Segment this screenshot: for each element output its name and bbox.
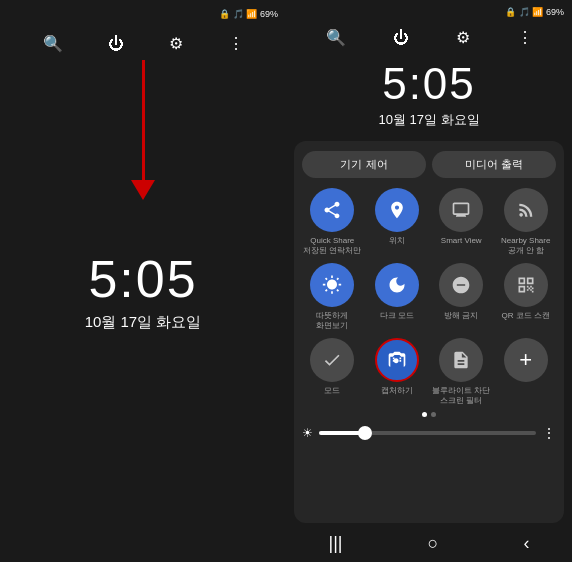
- tile-add: +: [496, 338, 557, 405]
- brightness-bar: ☀ ⋮: [302, 421, 556, 445]
- warm-screen-icon[interactable]: [310, 263, 354, 307]
- tab-media-output[interactable]: 미디어 출력: [432, 151, 556, 178]
- warm-screen-label: 따뜻하게화면보기: [316, 311, 348, 330]
- blue-light-icon[interactable]: [439, 338, 483, 382]
- right-toolbar: 🔍 ⏻ ⚙ ⋮: [286, 24, 572, 51]
- left-more-icon[interactable]: ⋮: [228, 34, 244, 53]
- qr-label: QR 코드 스캔: [502, 311, 550, 321]
- right-time-area: 5:05 10월 17일 화요일: [286, 51, 572, 141]
- nav-bar: ||| ○ ‹: [286, 523, 572, 562]
- add-icon[interactable]: +: [504, 338, 548, 382]
- nearby-share-icon[interactable]: [504, 188, 548, 232]
- tile-dark-mode: 다크 모드: [367, 263, 428, 330]
- tile-nearby-share: Nearby Share공개 안 함: [496, 188, 557, 255]
- arrow-head: [131, 180, 155, 200]
- right-status-bar: 🔒 🎵 📶 69%: [286, 0, 572, 24]
- arrow-line: [142, 60, 145, 180]
- right-more-icon[interactable]: ⋮: [517, 28, 533, 47]
- tab-device-control[interactable]: 기기 제어: [302, 151, 426, 178]
- dark-mode-icon[interactable]: [375, 263, 419, 307]
- quick-tiles: Quick Share저장된 연락처만 위치 Smart View: [302, 188, 556, 406]
- brightness-thumb: [358, 426, 372, 440]
- left-panel: 🔒 🎵 📶 69% 🔍 ⏻ ⚙ ⋮ 5:05 10월 17일 화요일: [0, 0, 286, 562]
- dot-2: [431, 412, 436, 417]
- nav-home-icon[interactable]: ○: [428, 533, 439, 554]
- brightness-slider[interactable]: [319, 431, 536, 435]
- right-search-icon[interactable]: 🔍: [326, 28, 346, 47]
- right-time: 5:05: [382, 59, 476, 109]
- nav-back-icon[interactable]: ‹: [523, 533, 529, 554]
- capture-label: 캡처하기: [381, 386, 413, 396]
- right-status-icons: 🔒 🎵 📶 69%: [505, 7, 564, 17]
- left-status-icons: 🔒 🎵 📶 69%: [219, 9, 278, 19]
- dnd-icon[interactable]: [439, 263, 483, 307]
- tile-dnd: 방해 금지: [431, 263, 492, 330]
- quick-panel: 기기 제어 미디어 출력 Quick Share저장된 연락처만: [294, 141, 564, 523]
- smart-view-label: Smart View: [441, 236, 482, 246]
- location-icon[interactable]: [375, 188, 419, 232]
- right-power-icon[interactable]: ⏻: [393, 29, 409, 47]
- location-label: 위치: [389, 236, 405, 246]
- left-date: 10월 17일 화요일: [85, 313, 202, 332]
- brightness-more-icon[interactable]: ⋮: [542, 425, 556, 441]
- right-settings-icon[interactable]: ⚙: [456, 28, 470, 47]
- quick-share-label: Quick Share저장된 연락처만: [303, 236, 361, 255]
- blue-light-label: 블루라이트 차단스크린 필터: [432, 386, 490, 405]
- smart-view-icon[interactable]: [439, 188, 483, 232]
- left-time: 5:05: [88, 249, 197, 309]
- tile-quick-share: Quick Share저장된 연락처만: [302, 188, 363, 255]
- brightness-low-icon: ☀: [302, 426, 313, 440]
- right-date: 10월 17일 화요일: [378, 111, 479, 129]
- right-panel: 🔒 🎵 📶 69% 🔍 ⏻ ⚙ ⋮ 5:05 10월 17일 화요일 기기 제어…: [286, 0, 572, 562]
- quick-share-icon[interactable]: [310, 188, 354, 232]
- nearby-share-label: Nearby Share공개 안 함: [501, 236, 550, 255]
- tile-qr: QR 코드 스캔: [496, 263, 557, 330]
- panel-tabs: 기기 제어 미디어 출력: [302, 151, 556, 178]
- qr-icon[interactable]: [504, 263, 548, 307]
- mode-label: 모드: [324, 386, 340, 396]
- capture-icon[interactable]: [375, 338, 419, 382]
- tile-mode: 모드: [302, 338, 363, 405]
- nav-recent-icon[interactable]: |||: [329, 533, 343, 554]
- dot-1: [422, 412, 427, 417]
- dnd-label: 방해 금지: [444, 311, 478, 321]
- page-dots: [302, 412, 556, 417]
- tile-blue-light: 블루라이트 차단스크린 필터: [431, 338, 492, 405]
- dark-mode-label: 다크 모드: [380, 311, 414, 321]
- tile-capture: 캡처하기: [367, 338, 428, 405]
- mode-icon[interactable]: [310, 338, 354, 382]
- brightness-fill: [319, 431, 362, 435]
- tile-warm-screen: 따뜻하게화면보기: [302, 263, 363, 330]
- down-arrow: [131, 60, 155, 200]
- left-search-icon[interactable]: 🔍: [43, 34, 63, 53]
- tile-location: 위치: [367, 188, 428, 255]
- tile-smart-view: Smart View: [431, 188, 492, 255]
